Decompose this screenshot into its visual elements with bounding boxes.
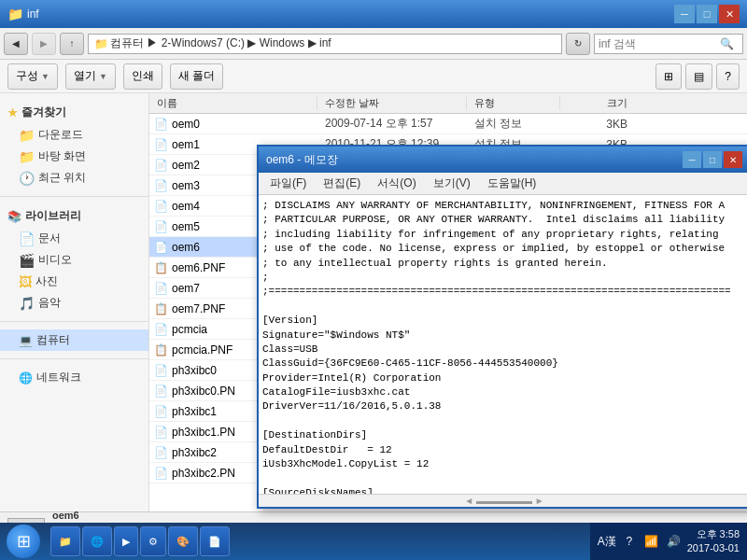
col-date[interactable]: 수정한 날짜 xyxy=(317,96,467,110)
tray-network[interactable]: 📶 xyxy=(642,532,661,551)
folder-icon: 📁 xyxy=(19,149,35,164)
file-icon: 📄 xyxy=(153,117,168,132)
taskbar-app-paint[interactable]: 🎨 xyxy=(168,526,198,556)
notepad-close-button[interactable]: ✕ xyxy=(724,151,742,168)
sidebar-item-video[interactable]: 🎬 비디오 xyxy=(0,249,148,271)
notepad-controls: ─ □ ✕ xyxy=(683,151,742,168)
col-size[interactable]: 크기 xyxy=(560,96,635,110)
col-name[interactable]: 이름 xyxy=(149,96,317,110)
maximize-button[interactable]: □ xyxy=(697,5,717,23)
divider-1 xyxy=(0,196,148,197)
menu-view[interactable]: 보기(V) xyxy=(426,174,478,193)
notepad-title-text: oem6 - 메모장 xyxy=(266,152,683,168)
title-bar: 📁 inf ─ □ ✕ xyxy=(0,0,747,28)
media-icon: ▶ xyxy=(122,536,130,548)
file-icon: 📄 xyxy=(153,425,168,440)
up-button[interactable]: ↑ xyxy=(60,33,84,55)
menu-edit[interactable]: 편집(E) xyxy=(316,174,368,193)
tray-ime[interactable]: A漢 xyxy=(598,532,616,551)
file-size-cell: 3KB xyxy=(560,118,635,131)
file-icon: 📄 xyxy=(153,445,168,460)
sidebar-item-network[interactable]: 🌐 네트워크 xyxy=(0,367,148,388)
col-type[interactable]: 유형 xyxy=(467,96,560,110)
status-filename: oem6 xyxy=(52,510,159,521)
help-button[interactable]: ? xyxy=(716,63,740,90)
taskbar-app-ie[interactable]: 🌐 xyxy=(82,526,112,556)
computer-section: 💻 컴퓨터 xyxy=(0,326,148,355)
view-toggle-button[interactable]: ▤ xyxy=(685,63,712,90)
notepad-maximize-button[interactable]: □ xyxy=(703,151,722,168)
divider-2 xyxy=(0,321,148,322)
sidebar-item-computer[interactable]: 💻 컴퓨터 xyxy=(0,329,148,351)
menu-help[interactable]: 도움말(H) xyxy=(480,174,544,193)
file-icon: 📄 xyxy=(153,384,168,399)
menu-format[interactable]: 서식(O) xyxy=(370,174,423,193)
file-icon: 📄 xyxy=(153,178,168,193)
file-icon: 📋 xyxy=(153,260,168,275)
menu-file[interactable]: 파일(F) xyxy=(262,174,314,193)
sidebar-item-download[interactable]: 📁 다운로드 xyxy=(0,124,148,146)
sidebar: ★ 즐겨찾기 📁 다운로드 📁 바탕 화면 🕐 최근 위치 xyxy=(0,93,149,511)
sidebar-library-header[interactable]: 📚 라이브러리 xyxy=(0,204,148,228)
taskbar-app-settings[interactable]: ⚙ xyxy=(140,526,166,556)
favorites-section: ★ 즐겨찾기 📁 다운로드 📁 바탕 화면 🕐 최근 위치 xyxy=(0,97,148,192)
search-input[interactable] xyxy=(599,37,720,50)
close-button[interactable]: ✕ xyxy=(719,5,740,23)
clock-time: 오후 3:58 xyxy=(687,527,740,541)
docs-icon: 📄 xyxy=(208,536,221,548)
tray-volume[interactable]: 🔊 xyxy=(665,532,684,551)
forward-button[interactable]: ▶ xyxy=(32,33,56,55)
file-icon: 📄 xyxy=(153,281,168,296)
open-button[interactable]: 열기▼ xyxy=(65,63,116,90)
address-box[interactable]: 📁 컴퓨터 ▶ 2-Windows7 (C:) ▶ Windows ▶ inf xyxy=(88,34,562,54)
file-icon: 📋 xyxy=(153,343,168,357)
search-box[interactable]: 🔍 xyxy=(594,34,743,54)
tray-help[interactable]: ? xyxy=(620,532,639,551)
file-icon: 📄 xyxy=(153,466,168,481)
start-button[interactable]: ⊞ xyxy=(0,523,47,560)
notepad-minimize-button[interactable]: ─ xyxy=(683,151,701,168)
file-icon: 📄 xyxy=(153,363,168,378)
organize-button[interactable]: 구성▼ xyxy=(7,63,58,90)
taskbar-app-explorer[interactable]: 📁 xyxy=(50,526,80,556)
refresh-button[interactable]: ↻ xyxy=(566,33,590,55)
file-name-cell: 📄 oem0 xyxy=(149,117,317,132)
new-folder-button[interactable]: 새 폴더 xyxy=(170,63,223,90)
view-options-button[interactable]: ⊞ xyxy=(655,63,682,90)
sidebar-item-recent[interactable]: 🕐 최근 위치 xyxy=(0,167,148,189)
sidebar-item-documents[interactable]: 📄 문서 xyxy=(0,228,148,249)
taskbar-app-docs[interactable]: 📄 xyxy=(200,526,230,556)
window-title: inf xyxy=(27,7,674,21)
window-icon: 📁 xyxy=(7,7,23,21)
divider-3 xyxy=(0,358,148,359)
explorer-icon: 📁 xyxy=(59,536,72,548)
notepad-content[interactable]: ; DISCLAIMS ANY WARRANTY OF MERCHANTABIL… xyxy=(259,195,747,494)
network-icon: 🌐 xyxy=(19,371,33,385)
star-icon: ★ xyxy=(7,106,18,119)
file-icon: 📄 xyxy=(153,322,168,337)
notepad-title-bar: oem6 - 메모장 ─ □ ✕ xyxy=(259,147,747,173)
back-button[interactable]: ◀ xyxy=(4,33,28,55)
folder-icon: 📄 xyxy=(19,231,35,246)
sidebar-item-photos[interactable]: 🖼 사진 xyxy=(0,271,148,292)
table-row[interactable]: 📄 oem0 2009-07-14 오후 1:57 설치 정보 3KB xyxy=(149,114,747,134)
taskbar-app-media[interactable]: ▶ xyxy=(114,526,138,556)
search-icon[interactable]: 🔍 xyxy=(720,37,734,50)
file-list-header: 이름 수정한 날짜 유형 크기 xyxy=(149,93,747,114)
clock[interactable]: 오후 3:58 2017-03-01 xyxy=(687,527,740,556)
print-button[interactable]: 인쇄 xyxy=(123,63,162,90)
window-controls: ─ □ ✕ xyxy=(674,5,740,23)
folder-icon: 📁 xyxy=(94,37,108,50)
notepad-window: oem6 - 메모장 ─ □ ✕ 파일(F) 편집(E) 서식(O) 보기(V)… xyxy=(257,145,747,509)
minimize-button[interactable]: ─ xyxy=(674,5,695,23)
sidebar-item-desktop[interactable]: 📁 바탕 화면 xyxy=(0,146,148,167)
notepad-scrollbar[interactable]: ◄ ▬▬▬▬▬▬ ► xyxy=(259,494,747,507)
folder-icon: 📁 xyxy=(19,128,35,143)
taskbar: ⊞ 📁 🌐 ▶ ⚙ 🎨 📄 A漢 ? 📶 🔊 오후 3:58 2017-03-0… xyxy=(0,523,747,560)
sidebar-item-music[interactable]: 🎵 음악 xyxy=(0,292,148,314)
library-section: 📚 라이브러리 📄 문서 🎬 비디오 🖼 사진 🎵 음악 xyxy=(0,201,148,317)
settings-icon: ⚙ xyxy=(148,536,158,548)
file-icon: 📄 xyxy=(153,137,168,152)
network-section: 🌐 네트워크 xyxy=(0,363,148,392)
sidebar-favorites-header[interactable]: ★ 즐겨찾기 xyxy=(0,101,148,124)
